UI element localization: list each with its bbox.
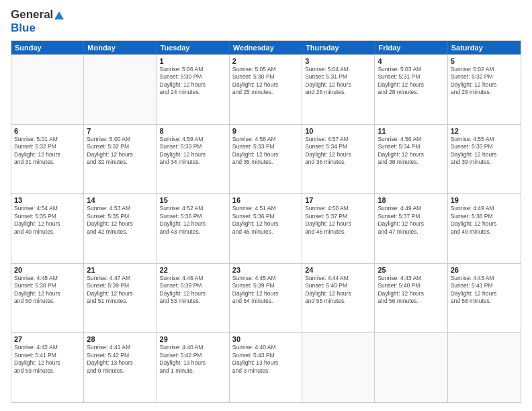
day-number: 10 [305, 127, 371, 135]
calendar-cell: 25Sunrise: 4:43 AM Sunset: 5:40 PM Dayli… [375, 264, 447, 333]
logo-general: General [11, 8, 53, 21]
day-number: 25 [378, 266, 444, 274]
calendar-cell: 27Sunrise: 4:42 AM Sunset: 5:41 PM Dayli… [11, 333, 84, 402]
day-info: Sunrise: 5:04 AM Sunset: 5:31 PM Dayligh… [305, 66, 371, 97]
day-number: 27 [14, 335, 81, 343]
calendar-week-2: 6Sunrise: 5:01 AM Sunset: 5:32 PM Daylig… [11, 124, 521, 194]
day-info: Sunrise: 4:59 AM Sunset: 5:33 PM Dayligh… [160, 136, 226, 167]
calendar: SundayMondayTuesdayWednesdayThursdayFrid… [11, 40, 521, 403]
day-info: Sunrise: 4:43 AM Sunset: 5:40 PM Dayligh… [378, 275, 444, 306]
day-info: Sunrise: 5:05 AM Sunset: 5:30 PM Dayligh… [232, 66, 299, 97]
day-number: 5 [451, 57, 518, 65]
calendar-cell: 3Sunrise: 5:04 AM Sunset: 5:31 PM Daylig… [302, 55, 375, 124]
day-info: Sunrise: 5:00 AM Sunset: 5:32 PM Dayligh… [87, 136, 153, 167]
calendar-cell: 24Sunrise: 4:44 AM Sunset: 5:40 PM Dayli… [302, 264, 375, 333]
day-number: 21 [87, 266, 153, 274]
day-info: Sunrise: 4:49 AM Sunset: 5:37 PM Dayligh… [378, 205, 444, 236]
calendar-cell: 21Sunrise: 4:47 AM Sunset: 5:39 PM Dayli… [84, 264, 157, 333]
calendar-body: 1Sunrise: 5:06 AM Sunset: 5:30 PM Daylig… [11, 54, 521, 402]
day-number: 24 [305, 266, 371, 274]
day-number: 16 [232, 196, 299, 204]
day-number: 29 [160, 335, 226, 343]
day-number: 18 [378, 196, 444, 204]
calendar-cell: 28Sunrise: 4:41 AM Sunset: 5:42 PM Dayli… [84, 333, 157, 402]
header-cell-wednesday: Wednesday [230, 41, 302, 54]
day-info: Sunrise: 4:40 AM Sunset: 5:42 PM Dayligh… [160, 344, 226, 375]
day-info: Sunrise: 4:47 AM Sunset: 5:39 PM Dayligh… [87, 275, 153, 306]
day-info: Sunrise: 4:42 AM Sunset: 5:41 PM Dayligh… [14, 344, 81, 375]
calendar-cell: 23Sunrise: 4:45 AM Sunset: 5:39 PM Dayli… [230, 264, 302, 333]
calendar-cell [11, 55, 84, 124]
calendar-cell: 2Sunrise: 5:05 AM Sunset: 5:30 PM Daylig… [230, 55, 302, 124]
day-number: 4 [378, 57, 444, 65]
day-info: Sunrise: 4:52 AM Sunset: 5:36 PM Dayligh… [160, 205, 226, 236]
calendar-cell: 29Sunrise: 4:40 AM Sunset: 5:42 PM Dayli… [157, 333, 230, 402]
calendar-cell: 19Sunrise: 4:49 AM Sunset: 5:38 PM Dayli… [448, 194, 521, 263]
header-cell-saturday: Saturday [448, 41, 521, 54]
day-info: Sunrise: 4:54 AM Sunset: 5:35 PM Dayligh… [14, 205, 81, 236]
calendar-week-1: 1Sunrise: 5:06 AM Sunset: 5:30 PM Daylig… [11, 54, 521, 124]
day-number: 8 [160, 127, 226, 135]
calendar-cell [84, 55, 157, 124]
header-cell-tuesday: Tuesday [157, 41, 230, 54]
calendar-cell: 18Sunrise: 4:49 AM Sunset: 5:37 PM Dayli… [375, 194, 447, 263]
calendar-cell: 22Sunrise: 4:46 AM Sunset: 5:39 PM Dayli… [157, 264, 230, 333]
calendar-cell: 9Sunrise: 4:58 AM Sunset: 5:33 PM Daylig… [230, 125, 302, 194]
day-number: 13 [14, 196, 81, 204]
day-info: Sunrise: 4:55 AM Sunset: 5:35 PM Dayligh… [451, 136, 518, 167]
day-number: 20 [14, 266, 81, 274]
calendar-cell: 14Sunrise: 4:53 AM Sunset: 5:35 PM Dayli… [84, 194, 157, 263]
day-number: 19 [451, 196, 518, 204]
day-info: Sunrise: 4:41 AM Sunset: 5:42 PM Dayligh… [87, 344, 153, 375]
calendar-cell: 1Sunrise: 5:06 AM Sunset: 5:30 PM Daylig… [157, 55, 230, 124]
calendar-cell: 30Sunrise: 4:40 AM Sunset: 5:43 PM Dayli… [230, 333, 302, 402]
day-number: 6 [14, 127, 81, 135]
day-info: Sunrise: 4:45 AM Sunset: 5:39 PM Dayligh… [232, 275, 299, 306]
day-info: Sunrise: 4:40 AM Sunset: 5:43 PM Dayligh… [232, 344, 299, 375]
day-number: 1 [160, 57, 226, 65]
header-cell-friday: Friday [375, 41, 447, 54]
day-number: 15 [160, 196, 226, 204]
calendar-cell: 13Sunrise: 4:54 AM Sunset: 5:35 PM Dayli… [11, 194, 84, 263]
day-number: 17 [305, 196, 371, 204]
day-info: Sunrise: 4:48 AM Sunset: 5:38 PM Dayligh… [14, 275, 81, 306]
header-cell-sunday: Sunday [11, 41, 84, 54]
calendar-cell: 4Sunrise: 5:03 AM Sunset: 5:31 PM Daylig… [375, 55, 447, 124]
day-info: Sunrise: 4:51 AM Sunset: 5:36 PM Dayligh… [232, 205, 299, 236]
calendar-week-5: 27Sunrise: 4:42 AM Sunset: 5:41 PM Dayli… [11, 332, 521, 402]
day-info: Sunrise: 4:43 AM Sunset: 5:41 PM Dayligh… [451, 275, 518, 306]
calendar-cell: 5Sunrise: 5:02 AM Sunset: 5:32 PM Daylig… [448, 55, 521, 124]
day-info: Sunrise: 5:01 AM Sunset: 5:32 PM Dayligh… [14, 136, 81, 167]
calendar-cell: 26Sunrise: 4:43 AM Sunset: 5:41 PM Dayli… [448, 264, 521, 333]
day-info: Sunrise: 4:58 AM Sunset: 5:33 PM Dayligh… [232, 136, 299, 167]
day-number: 14 [87, 196, 153, 204]
calendar-cell: 10Sunrise: 4:57 AM Sunset: 5:34 PM Dayli… [302, 125, 375, 194]
calendar-cell: 20Sunrise: 4:48 AM Sunset: 5:38 PM Dayli… [11, 264, 84, 333]
day-number: 30 [232, 335, 299, 343]
day-number: 9 [232, 127, 299, 135]
day-info: Sunrise: 4:56 AM Sunset: 5:34 PM Dayligh… [378, 136, 444, 167]
calendar-cell [448, 333, 521, 402]
day-number: 12 [451, 127, 518, 135]
day-info: Sunrise: 4:44 AM Sunset: 5:40 PM Dayligh… [305, 275, 371, 306]
calendar-cell: 17Sunrise: 4:50 AM Sunset: 5:37 PM Dayli… [302, 194, 375, 263]
day-number: 2 [232, 57, 299, 65]
day-number: 22 [160, 266, 226, 274]
calendar-header: SundayMondayTuesdayWednesdayThursdayFrid… [11, 41, 521, 54]
day-number: 23 [232, 266, 299, 274]
day-info: Sunrise: 4:50 AM Sunset: 5:37 PM Dayligh… [305, 205, 371, 236]
logo: General Blue [11, 8, 64, 35]
calendar-week-4: 20Sunrise: 4:48 AM Sunset: 5:38 PM Dayli… [11, 263, 521, 333]
calendar-cell: 15Sunrise: 4:52 AM Sunset: 5:36 PM Dayli… [157, 194, 230, 263]
calendar-week-3: 13Sunrise: 4:54 AM Sunset: 5:35 PM Dayli… [11, 193, 521, 263]
header-cell-thursday: Thursday [302, 41, 375, 54]
day-info: Sunrise: 4:49 AM Sunset: 5:38 PM Dayligh… [451, 205, 518, 236]
day-info: Sunrise: 5:06 AM Sunset: 5:30 PM Dayligh… [160, 66, 226, 97]
header-cell-monday: Monday [84, 41, 157, 54]
calendar-cell: 8Sunrise: 4:59 AM Sunset: 5:33 PM Daylig… [157, 125, 230, 194]
calendar-cell: 16Sunrise: 4:51 AM Sunset: 5:36 PM Dayli… [230, 194, 302, 263]
day-number: 7 [87, 127, 153, 135]
day-info: Sunrise: 5:03 AM Sunset: 5:31 PM Dayligh… [378, 66, 444, 97]
day-number: 28 [87, 335, 153, 343]
calendar-cell [375, 333, 447, 402]
